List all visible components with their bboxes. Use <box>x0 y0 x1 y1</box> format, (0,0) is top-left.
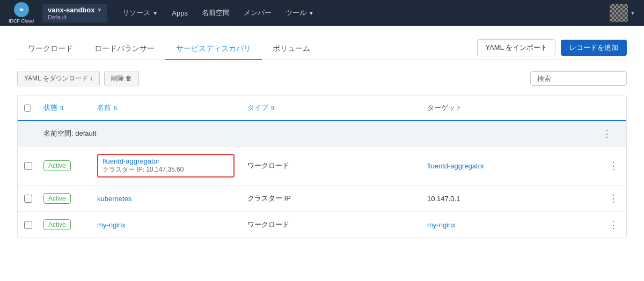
yaml-download-button[interactable]: YAML をダウンロード ↓ <box>17 71 100 86</box>
sort-type-icon: ⇅ <box>270 105 275 111</box>
row1-target: fluentd-aggregator <box>421 154 601 178</box>
row3-type: ワークロード <box>241 212 421 237</box>
row3-menu-button[interactable]: ⋮ <box>605 217 622 233</box>
tab-volume[interactable]: ボリューム <box>262 39 321 60</box>
nav-item-resources[interactable]: リソース ▼ <box>116 5 164 21</box>
row3-checkbox-cell <box>18 213 37 236</box>
table-row: Active fluentd-aggregator クラスター IP: 10.1… <box>18 146 626 186</box>
row2-menu-button[interactable]: ⋮ <box>605 190 622 206</box>
namespace-label: 名前空間: default <box>43 129 594 138</box>
table-row: Active kubernetes クラスター IP 10.147.0.1 ⋮ <box>18 186 626 212</box>
row2-checkbox[interactable] <box>24 195 32 203</box>
search-input[interactable] <box>530 71 627 86</box>
row1-type: ワークロード <box>241 153 421 178</box>
table-header: 状態 ⇅ 名前 ⇅ タイプ ⇅ ターゲット <box>18 95 626 121</box>
row2-name-link[interactable]: kubernetes <box>97 195 131 203</box>
row3-menu: ⋮ <box>601 212 626 237</box>
workspace-sub: Default <box>48 14 102 20</box>
row1-menu: ⋮ <box>601 153 626 178</box>
nav-item-tools[interactable]: ツール ▼ <box>279 5 320 21</box>
nav-item-members[interactable]: メンバー <box>237 5 278 21</box>
tab-service-discovery[interactable]: サービスディスカバリ <box>165 39 262 60</box>
row3-name: my-nginx <box>91 213 241 236</box>
table: 状態 ⇅ 名前 ⇅ タイプ ⇅ ターゲット 名前空間: default ⋮ <box>17 95 627 238</box>
namespace-row: 名前空間: default ⋮ <box>18 121 626 146</box>
tabs-actions: YAML をインポート レコードを追加 <box>477 39 627 60</box>
header-checkbox-col <box>18 100 37 116</box>
status-badge: Active <box>43 193 71 204</box>
row3-name-link[interactable]: my-nginx <box>97 221 126 229</box>
page-content: ワークロード ロードバランサー サービスディスカバリ ボリューム YAML をイ… <box>0 26 644 251</box>
row1-name-sub: クラスター IP: 10.147.35.60 <box>103 165 229 174</box>
row2-checkbox-cell <box>18 187 37 210</box>
row1-status: Active <box>37 153 91 179</box>
row1-target-link[interactable]: fluentd-aggregator <box>427 162 484 170</box>
row2-type: クラスター IP <box>241 186 421 211</box>
status-badge: Active <box>43 219 71 230</box>
avatar-chevron: ▼ <box>630 10 635 16</box>
yaml-import-button[interactable]: YAML をインポート <box>477 39 555 56</box>
row2-name: kubernetes <box>91 187 241 210</box>
navbar: IDCF Cloud vanx-sandbox ▼ Default リソース ▼… <box>0 0 644 26</box>
tab-workload[interactable]: ワークロード <box>17 39 84 60</box>
row3-target-link[interactable]: my-nginx <box>427 221 456 229</box>
row1-name: fluentd-aggregator クラスター IP: 10.147.35.6… <box>91 146 241 185</box>
row1-checkbox-cell <box>18 154 37 178</box>
workspace-name: vanx-sandbox ▼ <box>48 6 102 14</box>
row2-menu: ⋮ <box>601 186 626 211</box>
logo-text: IDCF Cloud <box>9 18 34 24</box>
workspace-selector[interactable]: vanx-sandbox ▼ Default <box>42 4 107 23</box>
row2-status: Active <box>37 186 91 211</box>
row1-menu-button[interactable]: ⋮ <box>605 158 622 174</box>
header-target: ターゲット <box>421 100 601 116</box>
toolbar: YAML をダウンロード ↓ 削除 🗑 <box>17 71 627 86</box>
nav-chevron-resources: ▼ <box>152 10 158 16</box>
row1-name-cell: fluentd-aggregator クラスター IP: 10.147.35.6… <box>97 154 235 178</box>
namespace-menu-button[interactable]: ⋮ <box>594 125 620 142</box>
avatar <box>610 4 628 22</box>
header-actions <box>601 100 626 116</box>
row3-status: Active <box>37 212 91 238</box>
tab-loadbalancer[interactable]: ロードバランサー <box>84 39 165 60</box>
avatar-wrapper[interactable]: ▼ <box>610 4 635 22</box>
header-name[interactable]: 名前 ⇅ <box>91 100 241 116</box>
header-status[interactable]: 状態 ⇅ <box>37 100 91 116</box>
sort-status-icon: ⇅ <box>60 105 64 111</box>
nav-items: リソース ▼ Apps 名前空間 メンバー ツール ▼ <box>116 5 610 21</box>
header-type[interactable]: タイプ ⇅ <box>241 100 421 116</box>
status-badge: Active <box>43 160 71 171</box>
table-row: Active my-nginx ワークロード my-nginx ⋮ <box>18 212 626 238</box>
logo-icon <box>14 2 29 17</box>
nav-item-apps[interactable]: Apps <box>165 6 194 20</box>
nav-item-namespace[interactable]: 名前空間 <box>195 5 236 21</box>
add-record-button[interactable]: レコードを追加 <box>561 40 627 56</box>
row1-highlighted: fluentd-aggregator クラスター IP: 10.147.35.6… <box>97 154 235 178</box>
logo: IDCF Cloud <box>9 2 34 24</box>
row3-target: my-nginx <box>421 213 601 236</box>
nav-chevron-tools: ▼ <box>309 10 314 16</box>
sort-name-icon: ⇅ <box>113 105 118 111</box>
workspace-chevron: ▼ <box>97 7 102 13</box>
row2-target: 10.147.0.1 <box>421 187 601 210</box>
tabs-container: ワークロード ロードバランサー サービスディスカバリ ボリューム YAML をイ… <box>17 39 627 60</box>
avatar-pattern <box>610 4 628 22</box>
select-all-checkbox[interactable] <box>24 104 31 112</box>
row1-checkbox[interactable] <box>24 162 32 170</box>
row3-checkbox[interactable] <box>24 221 32 229</box>
delete-button[interactable]: 削除 🗑 <box>104 71 139 86</box>
row1-name-link[interactable]: fluentd-aggregator <box>103 157 159 165</box>
